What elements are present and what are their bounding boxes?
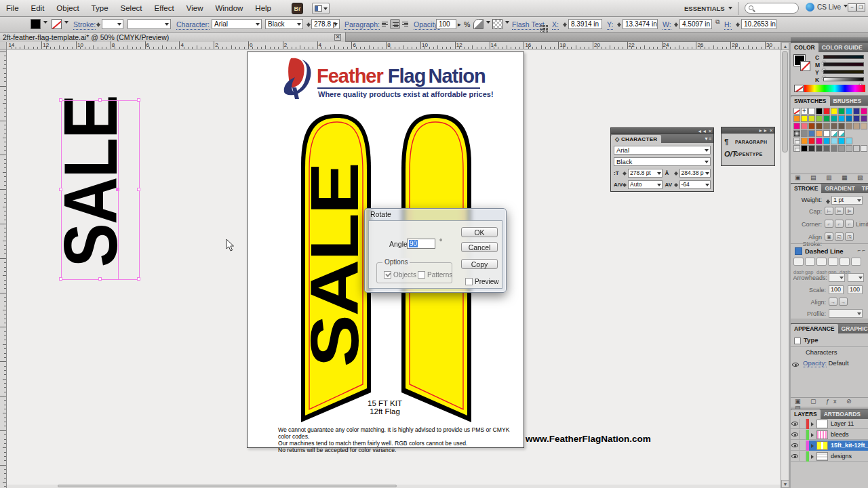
visibility-eye-icon[interactable] (791, 432, 798, 436)
tab-stroke[interactable]: STROKE (791, 184, 821, 193)
swatch[interactable] (823, 115, 830, 122)
arrowhead-end-combo[interactable] (848, 273, 864, 282)
swatch[interactable] (853, 130, 860, 137)
swatch[interactable] (801, 115, 808, 122)
menu-help[interactable]: Help (249, 0, 277, 12)
swatches-panel-buttons[interactable]: ▣ ▤ ▥ ▦ ▧ (791, 174, 868, 183)
menu-type[interactable]: Type (85, 0, 115, 12)
kerning-stepper[interactable] (623, 181, 627, 189)
menu-effect[interactable]: Effect (149, 0, 180, 12)
swatch[interactable] (793, 130, 800, 137)
vertical-ruler[interactable] (0, 49, 7, 488)
swatch[interactable] (793, 123, 800, 129)
w-input[interactable]: 4.5097 in (679, 19, 712, 29)
visibility-eye-icon[interactable] (791, 454, 798, 458)
tab-graphic-styles[interactable]: GRAPHIC STYLES (838, 324, 868, 333)
tab-color[interactable]: COLOR (791, 43, 818, 52)
arrowhead-start-combo[interactable] (829, 273, 845, 282)
swatch[interactable] (831, 123, 837, 129)
appearance-row-opacity[interactable]: Opacity: Default (791, 359, 868, 367)
swatch[interactable] (846, 108, 852, 115)
scale2-input[interactable]: 100 (848, 285, 863, 294)
swatch[interactable] (816, 130, 823, 137)
preview-checkbox[interactable] (465, 278, 473, 285)
paragraph-panel-header[interactable]: ►► ✕ (721, 127, 775, 134)
tab-brushes[interactable]: BRUSHES (830, 96, 865, 106)
h-stepper[interactable] (734, 20, 741, 30)
visibility-eye-icon[interactable] (791, 422, 798, 426)
fill-color-swatch[interactable] (31, 19, 41, 29)
swatch[interactable] (831, 145, 837, 152)
menu-file[interactable]: File (0, 0, 25, 12)
tab-artboards[interactable]: ARTBOARDS (821, 409, 864, 419)
menu-select[interactable]: Select (115, 0, 149, 12)
search-input[interactable] (745, 3, 799, 14)
dash-preset-icons[interactable]: ⌐ ⌐ (857, 247, 865, 253)
char-tracking-combo[interactable]: -64 (679, 180, 711, 189)
swatch[interactable] (838, 145, 845, 152)
tab-swatches[interactable]: SWATCHES (791, 96, 830, 106)
ok-button[interactable]: OK (461, 227, 498, 237)
y-input[interactable]: 13.3474 in (623, 19, 658, 29)
appearance-row-characters[interactable]: Characters (791, 348, 868, 356)
swatch[interactable] (838, 130, 845, 137)
swatch[interactable] (853, 123, 860, 129)
swatch[interactable] (823, 145, 830, 152)
swatch[interactable] (861, 145, 867, 152)
tab-opentype[interactable]: O/TOPENTYPE (724, 148, 772, 160)
selection-handle[interactable] (59, 98, 62, 102)
channel-K[interactable]: K (822, 77, 865, 83)
dash-input[interactable] (816, 258, 827, 266)
swatch[interactable] (853, 115, 860, 122)
scroll-up-icon[interactable]: ▲ (781, 42, 789, 50)
fill-stroke-indicator[interactable] (794, 55, 812, 73)
objects-checkbox[interactable] (384, 271, 391, 279)
swatch[interactable] (861, 108, 867, 115)
dock-header[interactable] (791, 37, 868, 42)
flash-text-link[interactable]: Flash Text (512, 20, 545, 30)
align-stroke-buttons[interactable]: ▣◱◳ (825, 232, 854, 241)
swatch[interactable] (861, 115, 867, 122)
selection-handle[interactable] (137, 98, 140, 102)
layer-row-15ft-kit-12ft-f[interactable]: 15ft_kit-12ft_f (791, 441, 868, 451)
stroke-panel-link[interactable]: Stroke: (73, 20, 96, 30)
profile-combo[interactable] (829, 309, 863, 318)
selection-handle[interactable] (59, 277, 62, 281)
tab-gradient[interactable]: GRADIENT (821, 184, 858, 193)
h-label[interactable]: H: (724, 20, 732, 30)
align-left-button[interactable] (380, 19, 390, 29)
horizontal-ruler[interactable]: 1412108642024681012141618202224262830 (0, 42, 781, 49)
horizontal-scroll-thumb[interactable] (58, 485, 397, 487)
align-center-button[interactable] (390, 19, 400, 29)
character-panel-link[interactable]: Character: (176, 20, 210, 30)
minimize-button[interactable]: – (848, 3, 856, 12)
tab-layers[interactable]: LAYERS (791, 409, 821, 419)
weight-combo[interactable]: 1 pt (831, 196, 863, 205)
recolor-artwork-icon[interactable] (492, 19, 502, 29)
dash-input[interactable] (793, 258, 804, 266)
y-label[interactable]: Y: (607, 20, 613, 30)
horizontal-scrollbar[interactable] (7, 485, 781, 488)
cs-live-button[interactable]: CS Live (806, 3, 848, 14)
swatch[interactable] (853, 138, 860, 144)
char-kerning-combo[interactable]: Auto (628, 180, 663, 189)
tab-appearance[interactable]: APPEARANCE (791, 324, 838, 333)
swatch[interactable] (823, 123, 830, 129)
opacity-input[interactable]: 100 (436, 19, 456, 29)
swatch[interactable] (853, 108, 860, 115)
angle-input[interactable]: 90 (407, 239, 435, 249)
char-size-combo[interactable]: 278.8 pt (628, 169, 663, 178)
layer-row-bleeds[interactable]: bleeds (791, 430, 868, 440)
channel-M[interactable]: M (822, 62, 865, 68)
opacity-mask-icon[interactable] (473, 19, 484, 29)
dashed-line-checkbox[interactable] (795, 247, 802, 255)
swatch[interactable] (808, 123, 815, 129)
char-leading-combo[interactable]: 284.38 p (679, 169, 711, 178)
color-spectrum[interactable] (804, 85, 865, 92)
swatch[interactable] (846, 145, 852, 152)
stroke-weight-stepper[interactable] (95, 20, 101, 30)
tab-transparency[interactable]: TRANSPARENCY (859, 184, 868, 193)
swatch[interactable] (808, 108, 815, 115)
menu-window[interactable]: Window (209, 0, 249, 12)
bridge-icon[interactable]: Br (292, 3, 303, 14)
